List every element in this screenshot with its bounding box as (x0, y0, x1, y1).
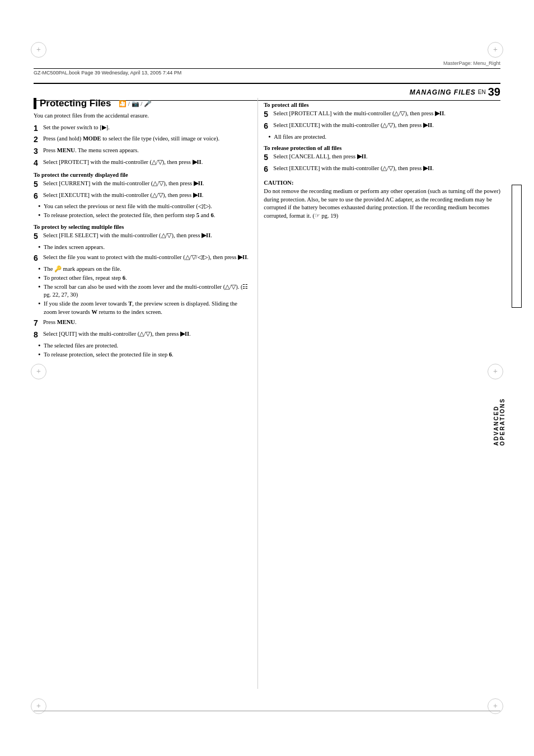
bullet-3-4: If you slide the zoom lever towards T, t… (38, 300, 249, 316)
step-5b: 5 Select [FILE SELECT] with the multi-co… (34, 232, 249, 241)
caution-text: Do not remove the recording medium or pe… (264, 187, 500, 220)
header-lang: EN (478, 89, 486, 95)
bullet-list-3: The 🔑 mark appears on the file. To prote… (38, 265, 249, 316)
bullet-1-1: You can select the previous or next file… (38, 203, 249, 211)
step-5d: 5 Select [CANCEL ALL], then press ▶II. (264, 153, 500, 162)
master-page-label: MasterPage: Menu_Right (443, 60, 500, 66)
step-1: 1 Set the power switch to [▶]. (34, 124, 249, 133)
bullet-list-4: The selected files are protected. To rel… (38, 342, 249, 359)
step-4: 4 Select [PROTECT] with the multi-contro… (34, 158, 249, 168)
side-label-box: ADVANCED OPERATIONS (512, 185, 522, 308)
step-4-text: Select [PROTECT] with the multi-controll… (43, 158, 249, 168)
step-5a-text: Select [CURRENT] with the multi-controll… (43, 180, 249, 189)
step-5c: 5 Select [PROTECT ALL] with the multi-co… (264, 110, 500, 119)
bullet-list-5: All files are protected. (268, 133, 500, 142)
step-7: 7 Press MENU. (34, 318, 249, 328)
step-6c: 6 Select [EXECUTE] with the multi-contro… (264, 121, 500, 131)
step-2: 2 Press (and hold) MODE to select the fi… (34, 135, 249, 144)
section-title: Protecting Files (40, 98, 111, 109)
step-8: 8 Select [QUIT] with the multi-controlle… (34, 330, 249, 340)
bottom-line (34, 711, 500, 711)
reg-mark-bottom-left (31, 698, 46, 714)
step-2-text: Press (and hold) MODE to select the file… (43, 135, 249, 144)
step-7-text: Press MENU. (43, 318, 249, 328)
header-page-num: 39 (488, 86, 500, 98)
step-6c-text: Select [EXECUTE] with the multi-controll… (273, 121, 500, 131)
step-3-text: Press MENU. The menu screen appears. (43, 147, 249, 156)
caution-title: CAUTION: (264, 180, 500, 186)
bullet-list-2: The index screen appears. (38, 243, 249, 252)
sub-header-1: To protect the currently displayed file (34, 172, 249, 178)
bullet-2-1: The index screen appears. (38, 243, 249, 252)
caution-block: CAUTION: Do not remove the recording med… (264, 180, 500, 220)
reg-mark-bottom-right (488, 698, 503, 714)
reg-mark-top-right (488, 42, 503, 58)
intro-text: You can protect files from the accidenta… (34, 112, 249, 120)
master-page-info: MasterPage: Menu_Right (443, 60, 500, 66)
bullet-list-1: You can select the previous or next file… (38, 203, 249, 219)
file-info-label: GZ-MC500PAL.book Page 39 Wednesday, Apri… (34, 70, 181, 76)
sub-header-2: To protect by selecting multiple files (34, 224, 249, 230)
step-5b-text: Select [FILE SELECT] with the multi-cont… (43, 232, 249, 241)
page-container: MasterPage: Menu_Right GZ-MC500PAL.book … (0, 0, 534, 756)
bullet-3-3: The scroll bar can also be used with the… (38, 283, 249, 299)
bullet-5-1: All files are protected. (268, 133, 500, 142)
sub-header-4: To release protection of all files (264, 145, 500, 151)
step-6b-text: Select the file you want to protect with… (43, 253, 249, 263)
step-8-text: Select [QUIT] with the multi-controller … (43, 330, 249, 340)
section-title-block: Protecting Files 🎦 / 📷 / 🎤 (34, 98, 249, 109)
step-6d-text: Select [EXECUTE] with the multi-controll… (273, 165, 500, 174)
step-6a: 6 Select [EXECUTE] with the multi-contro… (34, 191, 249, 201)
bullet-1-2: To release protection, select the protec… (38, 212, 249, 220)
bullet-3-2: To protect other files, repeat step 6. (38, 274, 249, 283)
bullet-3-1: The 🔑 mark appears on the file. (38, 265, 249, 274)
step-6d: 6 Select [EXECUTE] with the multi-contro… (264, 165, 500, 174)
bullet-4-1: The selected files are protected. (38, 342, 249, 350)
header-title: MANAGING FILES (410, 88, 476, 96)
content-area: Protecting Files 🎦 / 📷 / 🎤 You can prote… (34, 98, 500, 689)
step-5c-text: Select [PROTECT ALL] with the multi-cont… (273, 110, 500, 119)
step-1-text: Set the power switch to [▶]. (43, 124, 249, 133)
left-column: Protecting Files 🎦 / 📷 / 🎤 You can prote… (34, 98, 257, 689)
sub-header-3: To protect all files (264, 102, 500, 108)
reg-mark-top-left (31, 42, 46, 58)
step-5d-text: Select [CANCEL ALL], then press ▶II. (273, 153, 500, 162)
right-column: To protect all files 5 Select [PROTECT A… (257, 98, 500, 689)
file-info-bar: GZ-MC500PAL.book Page 39 Wednesday, Apri… (34, 68, 500, 76)
step-5a: 5 Select [CURRENT] with the multi-contro… (34, 180, 249, 189)
section-icons: 🎦 / 📷 / 🎤 (116, 100, 152, 107)
step-3: 3 Press MENU. The menu screen appears. (34, 147, 249, 156)
step-6b: 6 Select the file you want to protect wi… (34, 253, 249, 263)
step-6a-text: Select [EXECUTE] with the multi-controll… (43, 191, 249, 201)
bullet-4-2: To release protection, select the protec… (38, 351, 249, 359)
